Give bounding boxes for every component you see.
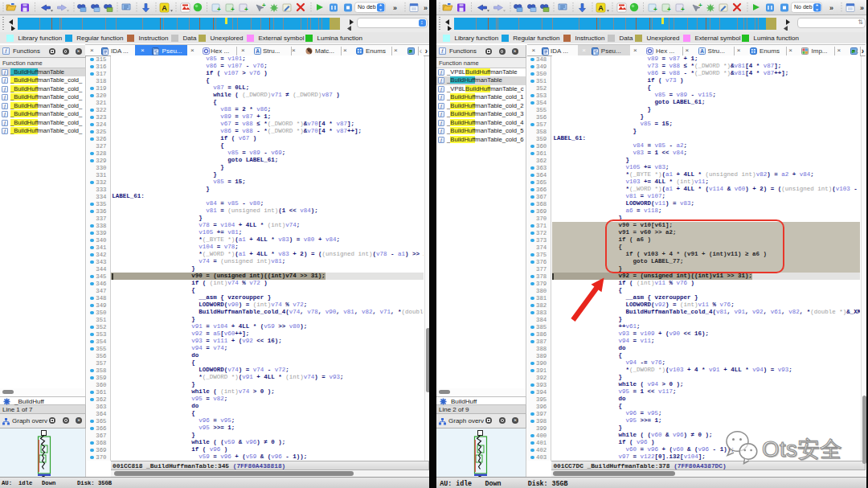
svg-text:+: + <box>667 6 671 13</box>
svg-text:+: + <box>698 2 702 9</box>
svg-text:»: » <box>829 4 833 12</box>
svg-text:+: + <box>217 6 221 13</box>
svg-text:A: A <box>256 48 260 54</box>
svg-text:A: A <box>162 4 167 12</box>
svg-text:+: + <box>653 6 657 13</box>
svg-text:No deb: No deb <box>794 4 813 10</box>
svg-text:»: » <box>393 4 397 12</box>
svg-text:No deb: No deb <box>358 4 376 10</box>
svg-text:A: A <box>700 48 704 54</box>
svg-text:+: + <box>681 6 685 13</box>
svg-text:»: » <box>860 4 864 12</box>
svg-text:+: + <box>262 2 266 9</box>
svg-text:+: + <box>244 6 248 13</box>
svg-text:»: » <box>424 4 428 12</box>
svg-text:+: + <box>231 6 235 13</box>
svg-text:A: A <box>598 4 604 12</box>
